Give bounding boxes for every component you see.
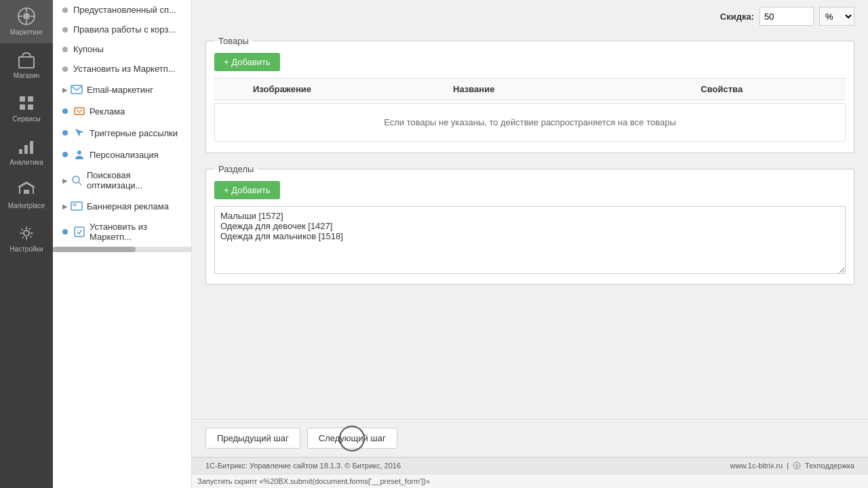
svg-rect-10	[28, 104, 33, 110]
svg-rect-22	[73, 203, 77, 206]
market2-icon	[73, 226, 85, 238]
arrow-icon: ▶	[62, 177, 68, 184]
nav-item-email-marketing[interactable]: ▶ Email-маркетинг	[53, 79, 191, 100]
discount-label: Скидка:	[720, 12, 754, 22]
arrow-icon: ▶	[62, 203, 68, 210]
svg-rect-13	[30, 141, 33, 154]
col-image: Изображение	[214, 79, 350, 100]
trigger-icon	[73, 127, 85, 139]
bullet-icon	[62, 66, 68, 72]
products-table: Изображение Название Свойства Если товар…	[214, 78, 846, 142]
col-props: Свойства	[598, 79, 846, 100]
sections-legend: Разделы	[214, 164, 258, 174]
sidebar-item-shop[interactable]: Магазин	[0, 43, 53, 87]
bullet-blue-icon	[62, 229, 68, 235]
services-icon	[17, 94, 36, 113]
bullet-blue-icon	[62, 130, 68, 136]
prev-button[interactable]: Предыдущий шаг	[205, 428, 300, 449]
bullet-blue-icon	[62, 108, 68, 114]
discount-input[interactable]	[760, 7, 814, 26]
footer-buttons: Предыдущий шаг Следующий шаг	[192, 419, 868, 457]
settings-icon	[17, 224, 36, 243]
sections-textarea[interactable]: Малыши [1572] Одежда для девочек [1427] …	[214, 206, 846, 274]
svg-rect-12	[24, 145, 28, 154]
nav-item-install-market1[interactable]: Установить из Маркетп...	[53, 59, 191, 79]
svg-rect-17	[75, 108, 84, 115]
nav-item-cart-rules[interactable]: Правила работы с корз...	[53, 20, 191, 39]
svg-point-1	[23, 13, 30, 20]
products-legend: Товары	[214, 36, 253, 46]
svg-rect-7	[20, 96, 25, 102]
sidebar: Маркетинг Магазин Сервисы Аналитика	[0, 0, 53, 488]
sidebar-item-marketing[interactable]: Маркетинг	[0, 0, 53, 43]
status-left: 1С-Битрикс: Управление сайтом 18.1.3. © …	[205, 462, 401, 470]
seo-icon	[71, 174, 83, 186]
script-text: Запустить скрипт «%20BX.submit(document.…	[197, 477, 430, 485]
status-link[interactable]: www.1c-bitrix.ru	[730, 462, 783, 470]
main-content: Скидка: % руб Товары + Добавить Изображе…	[192, 0, 868, 488]
script-bar: Запустить скрипт «%20BX.submit(document.…	[192, 474, 868, 488]
bullet-icon	[62, 47, 68, 52]
svg-line-20	[79, 182, 81, 185]
svg-rect-6	[19, 57, 34, 68]
svg-rect-16	[71, 85, 82, 94]
discount-row: Скидка: % руб	[205, 7, 854, 26]
support-link[interactable]: Техподдержка	[805, 462, 854, 470]
svg-rect-9	[20, 104, 25, 110]
status-right: www.1c-bitrix.ru | ⚙ Техподдержка	[730, 462, 854, 470]
marketing-icon	[17, 7, 36, 26]
scrollbar-track[interactable]	[53, 247, 191, 252]
status-separator: |	[787, 462, 789, 470]
svg-rect-23	[75, 227, 84, 237]
nav-item-preset[interactable]: Предустановленный сп...	[53, 0, 191, 20]
sections-section: Разделы + Добавить Малыши [1572] Одежда …	[205, 164, 854, 285]
nav-panel: Предустановленный сп... Правила работы с…	[53, 0, 192, 488]
support-icon: ⚙	[793, 462, 801, 470]
nav-item-install-market2[interactable]: Установить из Маркетп...	[53, 217, 191, 247]
nav-item-coupons[interactable]: Купоны	[53, 39, 191, 59]
nav-list: Предустановленный сп... Правила работы с…	[53, 0, 191, 247]
nav-item-banner[interactable]: ▶ Баннерная реклама	[53, 195, 191, 217]
sidebar-item-marketplace[interactable]: Marketplace	[0, 174, 53, 217]
bullet-icon	[62, 7, 68, 13]
status-bar: 1С-Битрикс: Управление сайтом 18.1.3. © …	[192, 457, 868, 474]
add-section-button[interactable]: + Добавить	[214, 181, 280, 199]
analytics-icon	[17, 137, 36, 156]
bullet-blue-icon	[62, 152, 68, 157]
col-name: Название	[350, 79, 598, 100]
svg-text:⚙: ⚙	[795, 464, 799, 468]
products-section: Товары + Добавить Изображение Название С…	[205, 36, 854, 153]
nav-item-personalization[interactable]: Персонализация	[53, 144, 191, 165]
svg-rect-8	[28, 96, 33, 102]
discount-unit-select[interactable]: % руб	[819, 7, 854, 26]
banner-icon	[71, 200, 83, 212]
table-empty-message: Если товары не указаны, то действие расп…	[214, 103, 846, 142]
svg-rect-11	[19, 149, 22, 154]
scrollbar-thumb[interactable]	[53, 247, 136, 252]
arrow-icon: ▶	[62, 86, 68, 94]
shop-icon	[17, 50, 36, 69]
bullet-icon	[62, 27, 68, 33]
marketplace-icon	[17, 180, 36, 199]
sidebar-item-settings[interactable]: Настройки	[0, 217, 53, 260]
svg-rect-14	[24, 190, 29, 194]
nav-item-reklama[interactable]: Реклама	[53, 100, 191, 122]
add-product-button[interactable]: + Добавить	[214, 53, 280, 71]
reklama-icon	[73, 105, 85, 117]
nav-item-seo[interactable]: ▶ Поисковая оптимизаци...	[53, 165, 191, 195]
svg-point-15	[24, 230, 29, 236]
sidebar-item-services[interactable]: Сервисы	[0, 87, 53, 130]
personalization-icon	[73, 148, 85, 161]
svg-point-19	[73, 176, 79, 183]
table-header: Изображение Название Свойства	[214, 78, 846, 100]
sidebar-item-analytics[interactable]: Аналитика	[0, 130, 53, 174]
svg-point-18	[77, 150, 81, 155]
nav-item-trigger[interactable]: Триггерные рассылки	[53, 122, 191, 144]
email-icon	[71, 83, 83, 96]
main-inner: Скидка: % руб Товары + Добавить Изображе…	[192, 0, 868, 419]
next-button[interactable]: Следующий шаг	[307, 428, 397, 449]
